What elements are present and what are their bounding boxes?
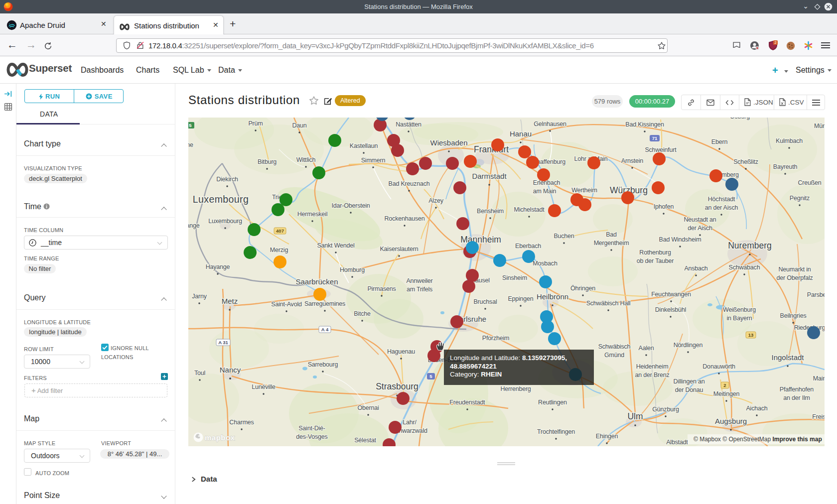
svg-text:Bad Kissingen: Bad Kissingen bbox=[625, 121, 664, 128]
svg-text:Merzig: Merzig bbox=[270, 247, 288, 253]
svg-text:2: 2 bbox=[774, 40, 776, 45]
svg-text:Aalen: Aalen bbox=[639, 345, 654, 352]
svg-text:Freudenstadt: Freudenstadt bbox=[449, 399, 485, 406]
svg-text:der Oberpfalz: der Oberpfalz bbox=[776, 274, 813, 281]
svg-text:Kaiserslautern: Kaiserslautern bbox=[380, 246, 418, 252]
svg-text:Kulmbach: Kulmbach bbox=[776, 137, 803, 144]
svg-text:Daun: Daun bbox=[292, 122, 306, 129]
svg-text:Ansbach: Ansbach bbox=[684, 265, 707, 272]
svg-text:Main: Main bbox=[813, 375, 825, 382]
svg-text:Eberbach: Eberbach bbox=[515, 243, 541, 250]
svg-text:Gmünd: Gmünd bbox=[604, 352, 624, 359]
svg-text:Arnstein: Arnstein bbox=[621, 157, 644, 164]
svg-text:71: 71 bbox=[652, 135, 658, 141]
svg-text:Wittlich: Wittlich bbox=[296, 156, 316, 163]
svg-text:A 4: A 4 bbox=[321, 327, 329, 332]
svg-text:Michelstadt: Michelstadt bbox=[514, 206, 545, 213]
svg-text:Ehingen: Ehingen bbox=[596, 433, 618, 440]
svg-text:der Aisch: der Aisch bbox=[688, 225, 712, 232]
svg-text:Aichach: Aichach bbox=[746, 405, 767, 412]
svg-text:Saarbrücken: Saarbrücken bbox=[295, 277, 338, 286]
svg-text:Haguenau: Haguenau bbox=[387, 348, 415, 355]
svg-text:Mosbach: Mosbach bbox=[533, 260, 558, 267]
svg-text:Öhringen: Öhringen bbox=[570, 285, 595, 292]
svg-text:Ebern: Ebern bbox=[711, 138, 728, 145]
svg-text:am Main: am Main bbox=[533, 188, 557, 195]
svg-text:Homburg: Homburg bbox=[340, 266, 365, 273]
svg-text:Münc: Münc bbox=[814, 123, 825, 129]
svg-text:Heidenheim: Heidenheim bbox=[636, 363, 669, 370]
svg-text:Alzey: Alzey bbox=[428, 197, 444, 204]
svg-text:Hanau: Hanau bbox=[510, 129, 532, 138]
svg-text:Scheßlitz: Scheßlitz bbox=[733, 158, 758, 165]
svg-text:Donauwörth: Donauwörth bbox=[702, 363, 735, 370]
svg-text:Nastätten: Nastätten bbox=[396, 121, 421, 128]
svg-text:Reutlingen: Reutlingen bbox=[538, 399, 567, 406]
svg-text:Neumarkt in: Neumarkt in bbox=[778, 266, 811, 273]
svg-text:Obernai: Obernai bbox=[357, 404, 379, 411]
svg-text:Günzburg: Günzburg bbox=[652, 406, 679, 413]
svg-text:2: 2 bbox=[723, 382, 726, 388]
svg-text:Simmern: Simmern bbox=[361, 157, 386, 164]
svg-text:Ulm: Ulm bbox=[627, 411, 643, 421]
svg-text:407: 407 bbox=[276, 228, 284, 234]
svg-text:Rockenhausen: Rockenhausen bbox=[385, 215, 425, 222]
svg-text:Creußen: Creußen bbox=[798, 179, 821, 186]
svg-text:Pforzheim: Pforzheim bbox=[482, 335, 509, 342]
svg-text:ne: ne bbox=[188, 141, 193, 148]
svg-text:des-Vosges: des-Vosges bbox=[296, 433, 327, 440]
svg-text:in Bayern: in Bayern bbox=[726, 315, 752, 322]
svg-text:ange: ange bbox=[188, 222, 200, 229]
svg-text:Bruchsal: Bruchsal bbox=[473, 298, 497, 305]
svg-text:Weißenburg: Weißenburg bbox=[723, 306, 756, 313]
svg-text:Mannheim: Mannheim bbox=[460, 235, 501, 245]
svg-text:© Mapbox © OpenStreetMap Impro: © Mapbox © OpenStreetMap Improve this ma… bbox=[694, 436, 822, 443]
svg-text:Wiesbaden: Wiesbaden bbox=[430, 138, 467, 147]
svg-text:Iphofen: Iphofen bbox=[654, 203, 674, 210]
svg-text:Bitche: Bitche bbox=[354, 310, 371, 317]
svg-text:am Trifels: am Trifels bbox=[407, 286, 432, 293]
svg-text:Pfaffenhofen: Pfaffenhofen bbox=[780, 386, 814, 393]
svg-text:Gelnhausen: Gelnhausen bbox=[534, 121, 566, 127]
svg-text:Dillingen an: Dillingen an bbox=[674, 378, 705, 385]
svg-text:Kastellaun: Kastellaun bbox=[350, 142, 378, 149]
svg-text:Heilbronn: Heilbronn bbox=[537, 292, 568, 301]
svg-text:Hayange: Hayange bbox=[206, 263, 230, 270]
svg-text:Augsburg: Augsburg bbox=[715, 417, 747, 425]
svg-text:Nancy: Nancy bbox=[220, 366, 241, 374]
svg-text:Schwabach: Schwabach bbox=[729, 264, 760, 271]
svg-text:Parsber: Parsber bbox=[807, 291, 825, 298]
svg-text:Metz: Metz bbox=[222, 297, 238, 305]
svg-text:Lahr/: Lahr/ bbox=[403, 419, 417, 426]
svg-text:Sarrebourg: Sarrebourg bbox=[308, 361, 338, 368]
svg-text:Schweinfurt: Schweinfurt bbox=[645, 146, 677, 153]
svg-text:Darmstadt: Darmstadt bbox=[472, 172, 507, 180]
svg-text:Luxembourg: Luxembourg bbox=[193, 194, 249, 205]
svg-text:Luxembourg: Luxembourg bbox=[208, 218, 242, 225]
svg-text:Rothenburg: Rothenburg bbox=[639, 249, 671, 256]
svg-text:Diekirch: Diekirch bbox=[216, 176, 238, 183]
svg-text:Bayreuth: Bayreuth bbox=[773, 163, 798, 170]
svg-text:Mergentheim: Mergentheim bbox=[594, 240, 629, 247]
svg-text:Beilngries: Beilngries bbox=[780, 312, 807, 319]
svg-text:Prüm: Prüm bbox=[248, 120, 263, 127]
svg-text:Dinkelsbühl: Dinkelsbühl bbox=[655, 306, 686, 313]
svg-text:Trochtelfingen: Trochtelfingen bbox=[537, 428, 575, 435]
svg-text:Toul: Toul bbox=[194, 370, 205, 377]
svg-text:Höchstadt: Höchstadt bbox=[708, 196, 735, 203]
svg-text:Nördlingen: Nördlingen bbox=[674, 342, 703, 349]
svg-text:5: 5 bbox=[189, 123, 192, 128]
svg-text:13: 13 bbox=[748, 332, 754, 338]
svg-text:Jarny: Jarny bbox=[192, 293, 207, 300]
svg-text:Coburg: Coburg bbox=[730, 118, 750, 120]
svg-text:Feuchtwangen: Feuchtwangen bbox=[651, 291, 691, 298]
svg-text:an der Ilm: an der Ilm bbox=[783, 394, 810, 401]
svg-text:Meitingen: Meitingen bbox=[713, 390, 740, 397]
svg-text:Strasbourg: Strasbourg bbox=[376, 381, 418, 391]
svg-text:Herrenberg: Herrenberg bbox=[500, 385, 531, 392]
svg-text:Sankt Wendel: Sankt Wendel bbox=[317, 242, 354, 249]
svg-text:5: 5 bbox=[429, 374, 432, 379]
svg-text:Charmes: Charmes bbox=[229, 419, 254, 426]
svg-text:mapbox: mapbox bbox=[205, 433, 235, 442]
svg-text:Neustadt an: Neustadt an bbox=[684, 216, 716, 223]
